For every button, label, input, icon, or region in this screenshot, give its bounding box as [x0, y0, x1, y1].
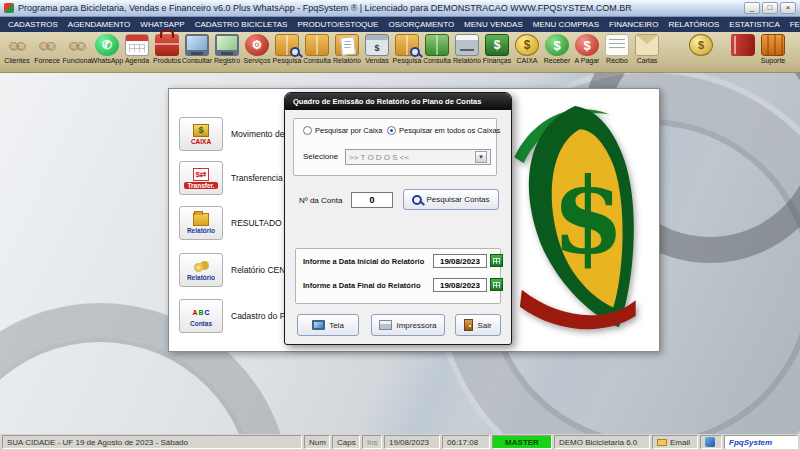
- menu-menu-vendas[interactable]: MENU VENDAS: [459, 17, 528, 32]
- status-date: 19/08/2023: [384, 435, 440, 449]
- manual-book-icon: [731, 34, 755, 56]
- window-controls: _ □ ×: [744, 2, 796, 14]
- maximize-button[interactable]: □: [762, 2, 778, 14]
- toolbar-item-servicos[interactable]: Serviços: [242, 33, 272, 64]
- coins-icon: [193, 260, 209, 273]
- toolbox-icon: [155, 34, 179, 56]
- window-titlebar: Programa para Bicicletaria, Vendas e Fin…: [0, 0, 800, 17]
- data-inicial-input[interactable]: 19/08/2023: [433, 254, 487, 268]
- menu-financeiro[interactable]: FINANCEIRO: [604, 17, 663, 32]
- toolbar-item-clientes[interactable]: Clientes: [2, 33, 32, 64]
- movimento-caixa-button[interactable]: CAIXA: [179, 117, 223, 151]
- clients-people-icon: [5, 34, 29, 56]
- minimize-button[interactable]: _: [744, 2, 760, 14]
- centro-custo-button[interactable]: Relatório: [179, 253, 223, 287]
- sair-button[interactable]: Sair: [455, 314, 501, 336]
- search-box-icon: [275, 34, 299, 56]
- menu-agendamento[interactable]: AGENDAMENTO: [63, 17, 136, 32]
- toolbar-item-cartas[interactable]: Cartas: [632, 33, 662, 64]
- toolbar-item-pesquisa-os[interactable]: Pesquisa: [272, 33, 302, 64]
- toolbar-item-caixa[interactable]: CAIXA: [512, 33, 542, 64]
- menu-os-orcamento[interactable]: OS/ORÇAMENTO: [383, 17, 459, 32]
- toolbar-item-produtos[interactable]: Produtos: [152, 33, 182, 64]
- toolbar-item-funciona[interactable]: Funciona: [62, 33, 92, 64]
- calendar-picker-icon[interactable]: [490, 254, 503, 267]
- cash-coin-icon: [515, 34, 539, 56]
- plano-contas-button[interactable]: ABC Contas: [179, 299, 223, 333]
- toolbar-item-apagar[interactable]: A Pagar: [572, 33, 602, 64]
- radio-todos-caixas[interactable]: Pesquisar em todos os Caixas: [387, 126, 500, 135]
- close-button[interactable]: ×: [780, 2, 796, 14]
- monitor-search-icon: [185, 34, 209, 56]
- calendar-picker-icon[interactable]: [490, 278, 503, 291]
- app-mini-icon: [705, 437, 715, 447]
- menu-ferramentas[interactable]: FERRAMENTAS: [785, 17, 800, 32]
- menu-menu-compras[interactable]: MENU COMPRAS: [528, 17, 604, 32]
- exit-door-icon: [464, 319, 473, 331]
- toolbar-item-registro[interactable]: Registro: [212, 33, 242, 64]
- toolbar-item-financas[interactable]: Finanças: [482, 33, 512, 64]
- app-icon: [4, 3, 14, 13]
- toolbar-item-consulta-vendas[interactable]: Consulta: [422, 33, 452, 64]
- magnifier-icon: [290, 47, 300, 57]
- toolbar-item-manual[interactable]: [728, 33, 758, 57]
- toolbar-item-relatorio-vendas[interactable]: Relatório: [452, 33, 482, 64]
- tela-button[interactable]: Tela: [297, 314, 359, 336]
- consult-box-icon: [305, 34, 329, 56]
- radio-selected-icon[interactable]: [387, 126, 396, 135]
- receive-dollar-icon: [545, 34, 569, 56]
- magnifier-icon: [412, 195, 422, 205]
- employees-people-icon: [65, 34, 89, 56]
- svg-text:$: $: [552, 155, 625, 278]
- status-caps: Caps: [332, 435, 360, 449]
- whatsapp-icon: [95, 34, 119, 56]
- toolbar-item-suporte[interactable]: Suporte: [758, 33, 788, 64]
- monitor-register-icon: [215, 34, 239, 56]
- resultado-geral-button[interactable]: Relatório: [179, 206, 223, 240]
- toolbar-item-whatsapp[interactable]: WhatsApp: [92, 33, 122, 64]
- magnifier-icon: [410, 47, 420, 57]
- consult-green-box-icon: [425, 34, 449, 56]
- report-doc-icon: [335, 34, 359, 56]
- status-num: Num: [304, 435, 330, 449]
- search-box-icon: [395, 34, 419, 56]
- conta-input[interactable]: 0: [351, 192, 393, 208]
- pesquisar-contas-button[interactable]: Pesquisar Contas: [403, 189, 499, 210]
- toolbar-item-receber[interactable]: Receber: [542, 33, 572, 64]
- status-bar: SUA CIDADE - UF 19 de Agosto de 2023 - S…: [0, 434, 800, 450]
- toolbar-item-pesquisa-vendas[interactable]: Pesquisa: [392, 33, 422, 64]
- window-title: Programa para Bicicletaria, Vendas e Fin…: [18, 3, 740, 13]
- menu-cadastro-bicicletas[interactable]: CADASTRO BICICLETAS: [190, 17, 293, 32]
- menu-cadastros[interactable]: CADASTROS: [3, 17, 63, 32]
- radio-unselected-icon[interactable]: [303, 126, 312, 135]
- status-app-icon-segment: [700, 435, 722, 449]
- toolbar-item-consulta-os[interactable]: Consulta: [302, 33, 332, 64]
- status-time: 06:17:08: [442, 435, 490, 449]
- toolbar-item-agenda[interactable]: Agenda: [122, 33, 152, 64]
- status-email[interactable]: Email: [652, 435, 698, 449]
- data-final-input[interactable]: 19/08/2023: [433, 278, 487, 292]
- menu-produto-estoque[interactable]: PRODUTO/ESTOQUE: [292, 17, 383, 32]
- impressora-button[interactable]: Impressora: [371, 314, 445, 336]
- menu-estatistica[interactable]: ESTATISTICA: [724, 17, 784, 32]
- support-crate-icon: [761, 34, 785, 56]
- chevron-down-icon[interactable]: ▾: [475, 151, 487, 163]
- toolbar-item-coin[interactable]: [686, 33, 716, 57]
- toolbar-item-vendas[interactable]: Vendas: [362, 33, 392, 64]
- toolbar-item-fornece[interactable]: Fornece: [32, 33, 62, 64]
- folder-report-icon: [193, 213, 209, 226]
- toolbar-item-recibo[interactable]: Recibo: [602, 33, 632, 64]
- caixa-combobox[interactable]: >> T O D O S << ▾: [345, 149, 491, 165]
- dialog-title[interactable]: Quadro de Emissão do Relatório do Plano …: [285, 93, 511, 110]
- report-printer-icon: [455, 34, 479, 56]
- services-gear-icon: [245, 34, 269, 56]
- conta-label: Nº da Conta: [299, 196, 342, 205]
- transferencia-button[interactable]: Transfer.: [179, 161, 223, 195]
- status-location: SUA CIDADE - UF 19 de Agosto de 2023 - S…: [2, 435, 302, 449]
- menu-relatorios[interactable]: RELATÓRIOS: [663, 17, 724, 32]
- radio-por-caixa[interactable]: Pesquisar por Caixa: [303, 126, 383, 135]
- workspace: CAIXA Movimento de Caixa Transfer. Trans…: [0, 73, 800, 434]
- status-brand: FpqSystem: [724, 435, 798, 449]
- toolbar-item-consultar[interactable]: Consultar: [182, 33, 212, 64]
- toolbar-item-relatorio-os[interactable]: Relatório: [332, 33, 362, 64]
